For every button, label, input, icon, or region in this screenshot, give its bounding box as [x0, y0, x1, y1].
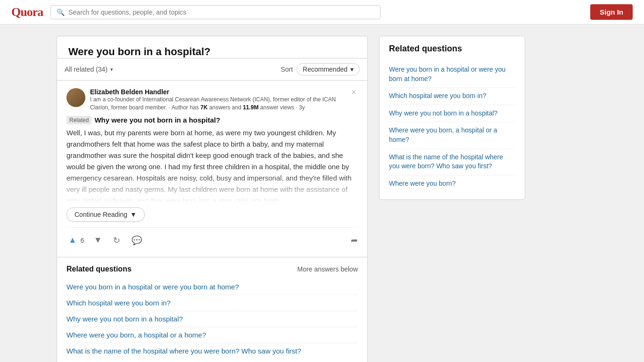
- main-content: Were you born in a hospital? All related…: [57, 36, 368, 362]
- header: Quora 🔍 Sign In: [0, 0, 644, 25]
- related-inline-link-2[interactable]: Which hospital were you born in?: [66, 295, 358, 311]
- related-questions-header: Related questions More answers below: [66, 265, 358, 273]
- page-wrapper: Were you born in a hospital? All related…: [0, 25, 644, 362]
- author-bio: I am a co-founder of International Cesar…: [90, 96, 345, 112]
- chevron-down-icon: ▾: [350, 66, 354, 73]
- related-questions-inline: Related questions More answers below Wer…: [57, 257, 368, 362]
- sidebar-link-4[interactable]: Where were you born, a hospital or a hom…: [389, 122, 515, 148]
- related-questions-title: Related questions: [66, 265, 132, 273]
- close-button[interactable]: ×: [350, 88, 358, 97]
- avatar: [66, 88, 85, 107]
- search-icon: 🔍: [57, 8, 65, 16]
- avatar-image: [66, 88, 85, 107]
- chevron-down-icon: ▾: [110, 66, 113, 73]
- sign-in-button[interactable]: Sign In: [590, 4, 633, 20]
- continue-reading-label: Continue Reading: [74, 211, 127, 218]
- search-input[interactable]: [68, 8, 374, 16]
- upvote-group: ▲ 6: [66, 233, 84, 247]
- sidebar-link-3[interactable]: Why were you not born in a hospital?: [389, 105, 515, 122]
- sort-value: Recommended: [303, 66, 347, 73]
- sort-label: Sort: [281, 66, 293, 73]
- answer-fade: [66, 174, 358, 203]
- vote-count: 6: [81, 237, 84, 244]
- share-icon[interactable]: ➦: [351, 235, 358, 246]
- sidebar-link-5[interactable]: What is the name of the hospital where y…: [389, 148, 515, 175]
- question-title: Were you born in a hospital?: [68, 46, 356, 58]
- answer-card: Elizabeth Belden Handler I am a co-found…: [57, 81, 368, 257]
- sidebar: Related questions Were you born in a hos…: [379, 36, 525, 200]
- related-question-link[interactable]: Why were you not born in a hospital?: [94, 116, 220, 124]
- sidebar-title: Related questions: [389, 44, 515, 54]
- answer-header: Elizabeth Belden Handler I am a co-found…: [66, 88, 358, 112]
- author-info: Elizabeth Belden Handler I am a co-found…: [90, 88, 345, 112]
- search-bar: 🔍: [50, 5, 380, 19]
- question-card: Were you born in a hospital?: [57, 36, 368, 58]
- sort-button[interactable]: Recommended ▾: [297, 63, 360, 75]
- related-inline-link-5[interactable]: What is the name of the hospital where y…: [66, 343, 358, 359]
- bio-suffix: answer views · 3y: [259, 104, 305, 111]
- related-tag: Related Why were you not born in a hospi…: [66, 116, 220, 124]
- related-inline-link-3[interactable]: Why were you not born in a hospital?: [66, 311, 358, 327]
- bio-mid: answers and: [207, 104, 243, 111]
- related-inline-link-4[interactable]: Where were you born, a hospital or a hom…: [66, 327, 358, 343]
- quora-logo[interactable]: Quora: [11, 5, 43, 19]
- related-inline-link-1[interactable]: Were you born in a hospital or were you …: [66, 279, 358, 295]
- answers-count: 7K: [200, 104, 207, 111]
- comment-icon[interactable]: 💬: [130, 233, 144, 247]
- answer-text: Well, I was, but my parents were born at…: [66, 127, 358, 203]
- more-answers-label: More answers below: [297, 265, 358, 273]
- upvote-icon[interactable]: ▲: [66, 233, 79, 247]
- related-label: Related: [66, 116, 91, 124]
- sidebar-link-2[interactable]: Which hospital were you born in?: [389, 87, 515, 105]
- views-count: 11.9M: [243, 104, 258, 111]
- continue-reading-button[interactable]: Continue Reading ▼: [66, 207, 145, 222]
- filter-bar: All related (34) ▾ Sort Recommended ▾: [57, 58, 368, 81]
- sidebar-link-6[interactable]: Where were you born?: [389, 175, 515, 192]
- sidebar-link-1[interactable]: Were you born in a hospital or were you …: [389, 61, 515, 87]
- author-name: Elizabeth Belden Handler: [90, 88, 345, 96]
- all-related-label: All related (34): [65, 66, 107, 73]
- sort-area: Sort Recommended ▾: [281, 63, 360, 75]
- downvote-icon[interactable]: ▼: [92, 233, 104, 247]
- action-bar: ▲ 6 ▼ ↻ 💬 ➦: [66, 227, 358, 249]
- sidebar-card: Related questions Were you born in a hos…: [379, 36, 525, 200]
- all-related-dropdown[interactable]: All related (34) ▾: [65, 66, 113, 73]
- chevron-down-icon: ▼: [130, 211, 137, 218]
- reshare-icon[interactable]: ↻: [111, 233, 122, 247]
